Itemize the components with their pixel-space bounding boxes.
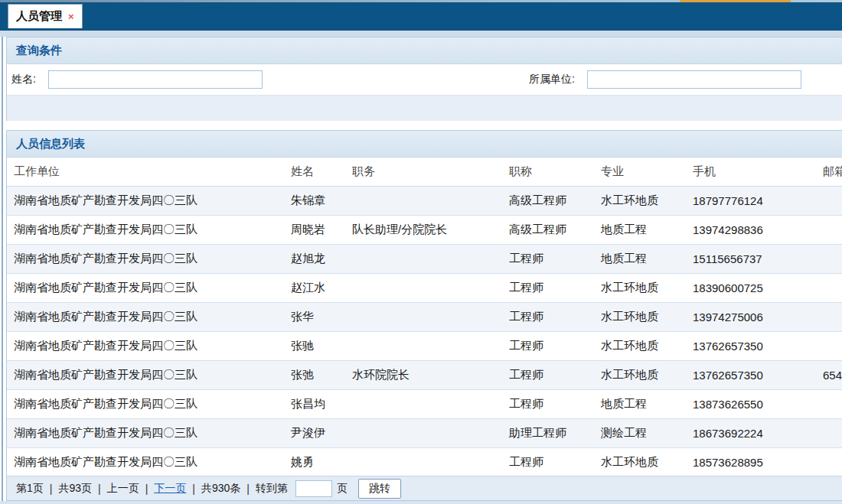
table-row[interactable]: 湖南省地质矿产勘查开发局四〇三队张昌均工程师地质工程13873626550	[7, 390, 842, 419]
separator: |	[50, 483, 53, 495]
table-cell: 张昌均	[284, 390, 345, 419]
table-cell: 15115656737	[686, 245, 816, 274]
table-cell	[816, 245, 842, 274]
table-cell: 水环院院长	[345, 361, 502, 390]
table-cell: 13762657350	[686, 332, 816, 361]
table-cell: 水工环地质	[594, 187, 686, 216]
separator: |	[192, 483, 195, 495]
table-cell: 队长助理/分院院长	[345, 216, 502, 245]
table-cell	[345, 245, 502, 274]
table-cell: 水工环地质	[594, 303, 686, 332]
table-row[interactable]: 湖南省地质矿产勘查开发局四〇三队朱锦章高级工程师水工环地质18797776124	[7, 187, 842, 216]
next-page-link[interactable]: 下一页	[154, 482, 186, 496]
jump-button[interactable]: 跳转	[358, 479, 401, 499]
column-header: 职称	[502, 158, 594, 187]
table-cell	[816, 216, 842, 245]
tab-personnel-management[interactable]: 人员管理 ×	[8, 4, 83, 28]
column-header: 工作单位	[7, 158, 284, 187]
column-header: 姓名	[284, 158, 345, 187]
table-cell: 张驰	[284, 332, 345, 361]
under-bar-strip	[0, 31, 842, 37]
table-cell: 水工环地质	[594, 448, 686, 477]
goto-page-input[interactable]	[295, 480, 332, 497]
table-cell: 湖南省地质矿产勘查开发局四〇三队	[7, 332, 284, 361]
table-cell: 湖南省地质矿产勘查开发局四〇三队	[7, 361, 284, 390]
table-cell: 高级工程师	[502, 187, 594, 216]
table-cell	[816, 332, 842, 361]
table-cell	[345, 303, 502, 332]
table-cell: 湖南省地质矿产勘查开发局四〇三队	[7, 274, 284, 303]
table-cell: 工程师	[502, 245, 594, 274]
table-cell: 水工环地质	[594, 332, 686, 361]
pagination-bar: 第1页 | 共93页 | 上一页 | 下一页 | 共930条 | 转到第 页 跳…	[7, 476, 842, 500]
prev-page-link[interactable]: 上一页	[107, 482, 139, 496]
table-cell: 助理工程师	[502, 419, 594, 448]
separator: |	[98, 483, 101, 495]
table-cell: 13873626550	[686, 390, 816, 419]
table-cell: 工程师	[502, 303, 594, 332]
table-cell: 水工环地质	[594, 274, 686, 303]
table-row[interactable]: 湖南省地质矿产勘查开发局四〇三队张弛水环院院长工程师水工环地质137626573…	[7, 361, 842, 390]
personnel-list-panel: 人员信息列表 工作单位姓名职务职称专业手机邮箱 湖南省地质矿产勘查开发局四〇三队…	[6, 130, 842, 501]
query-panel-title: 查询条件	[7, 37, 842, 64]
separator: |	[246, 483, 250, 495]
table-cell: 周晓岩	[284, 216, 345, 245]
tab-bar: 人员管理 ×	[0, 2, 842, 31]
bottom-edge-strip	[0, 501, 842, 504]
table-row[interactable]: 湖南省地质矿产勘查开发局四〇三队周晓岩队长助理/分院院长高级工程师地质工程139…	[7, 216, 842, 245]
table-cell: 测绘工程	[594, 419, 686, 448]
table-cell: 13974298836	[686, 216, 816, 245]
tab-close-icon[interactable]: ×	[68, 11, 74, 21]
table-row[interactable]: 湖南省地质矿产勘查开发局四〇三队尹浚伊助理工程师测绘工程18673692224	[7, 419, 842, 448]
table-cell: 湖南省地质矿产勘查开发局四〇三队	[7, 216, 284, 245]
goto-page-suffix: 页	[337, 482, 348, 496]
table-cell	[816, 390, 842, 419]
table-cell: 654	[816, 361, 842, 390]
query-form-row: 姓名: 所属单位:	[7, 64, 842, 96]
table-row[interactable]: 湖南省地质矿产勘查开发局四〇三队姚勇工程师水工环地质18573628895	[7, 448, 842, 477]
query-conditions-panel: 查询条件 姓名: 所属单位:	[6, 37, 842, 121]
separator: |	[145, 483, 148, 495]
column-header: 手机	[686, 158, 816, 187]
unit-field-label: 所属单位:	[529, 73, 575, 86]
table-cell	[345, 448, 502, 477]
table-cell	[816, 419, 842, 448]
table-cell: 工程师	[502, 332, 594, 361]
table-cell: 张弛	[284, 361, 345, 390]
table-row[interactable]: 湖南省地质矿产勘查开发局四〇三队张驰工程师水工环地质13762657350	[7, 332, 842, 361]
table-cell: 18573628895	[686, 448, 816, 477]
table-cell: 湖南省地质矿产勘查开发局四〇三队	[7, 303, 284, 332]
table-cell: 18797776124	[686, 187, 816, 216]
table-cell: 地质工程	[594, 390, 686, 419]
table-cell: 18673692224	[686, 419, 816, 448]
table-cell	[345, 419, 502, 448]
name-input[interactable]	[48, 70, 263, 89]
table-cell: 湖南省地质矿产勘查开发局四〇三队	[7, 419, 284, 448]
table-cell: 湖南省地质矿产勘查开发局四〇三队	[7, 245, 284, 274]
unit-input[interactable]	[587, 70, 801, 89]
current-page-indicator: 第1页	[16, 482, 44, 496]
table-cell	[816, 303, 842, 332]
table-cell	[816, 187, 842, 216]
table-cell: 地质工程	[594, 245, 686, 274]
table-row[interactable]: 湖南省地质矿产勘查开发局四〇三队赵江水工程师水工环地质18390600725	[7, 274, 842, 303]
table-cell: 朱锦章	[284, 187, 345, 216]
table-row[interactable]: 湖南省地质矿产勘查开发局四〇三队赵旭龙工程师地质工程15115656737	[7, 245, 842, 274]
table-cell: 18390600725	[686, 274, 816, 303]
list-panel-title: 人员信息列表	[7, 131, 842, 158]
table-cell	[816, 274, 842, 303]
table-cell: 湖南省地质矿产勘查开发局四〇三队	[7, 448, 284, 477]
total-records-indicator: 共930条	[201, 482, 240, 496]
total-pages-indicator: 共93页	[58, 482, 92, 496]
personnel-table: 工作单位姓名职务职称专业手机邮箱 湖南省地质矿产勘查开发局四〇三队朱锦章高级工程…	[7, 158, 842, 477]
tab-label: 人员管理	[16, 9, 62, 24]
table-cell	[345, 187, 502, 216]
query-panel-footer	[7, 96, 842, 121]
name-field-label: 姓名:	[11, 73, 36, 86]
table-row[interactable]: 湖南省地质矿产勘查开发局四〇三队张华工程师水工环地质13974275006	[7, 303, 842, 332]
table-cell: 湖南省地质矿产勘查开发局四〇三队	[7, 390, 284, 419]
table-cell: 高级工程师	[502, 216, 594, 245]
name-field-group: 姓名:	[11, 64, 263, 95]
column-header: 专业	[594, 158, 686, 187]
table-header: 工作单位姓名职务职称专业手机邮箱	[7, 158, 842, 187]
